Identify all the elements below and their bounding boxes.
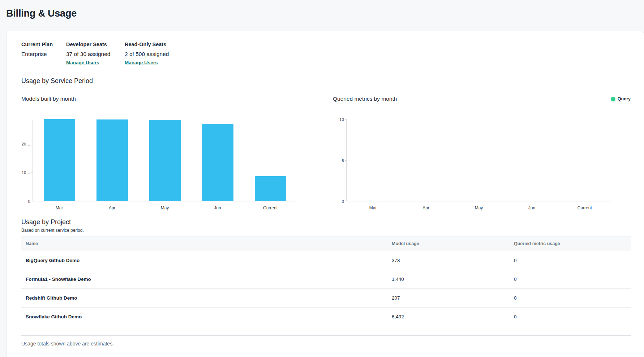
project-name-cell: Snowflake Github Demo — [21, 308, 392, 326]
chart-legend: Query — [611, 96, 631, 101]
project-name-cell: Redshift Github Demo — [21, 289, 392, 308]
model-usage-cell: 1,440 — [392, 270, 514, 289]
manage-users-link-developer[interactable]: Manage Users — [66, 60, 99, 66]
billing-card: Current Plan Enterprise Developer Seats … — [6, 31, 644, 357]
x-axis-label: Current — [568, 205, 601, 211]
x-axis — [346, 201, 611, 201]
y-tick-label: 0 — [9, 199, 30, 204]
usage-by-project-heading: Usage by Project — [21, 217, 631, 227]
bar-mar — [44, 119, 75, 201]
x-axis-label: Mar — [43, 205, 76, 211]
developer-seats-label: Developer Seats — [66, 41, 125, 48]
read-only-seats-label: Read-Only Seats — [125, 41, 169, 48]
project-name-cell: BigQuery Github Demo — [21, 251, 392, 270]
x-axis-label: May — [463, 205, 495, 211]
developer-seats-column: Developer Seats 37 of 30 assigned Manage… — [66, 41, 125, 66]
column-header-name: Name — [21, 236, 392, 251]
model-usage-cell: 378 — [392, 251, 514, 270]
x-axis-label: Jun — [515, 205, 548, 211]
column-header-model-usage: Model usage — [392, 236, 514, 251]
query-legend-dot-icon — [611, 97, 615, 101]
bar-current — [255, 176, 286, 201]
bar-may — [149, 120, 181, 201]
x-axis-label: Mar — [357, 205, 389, 211]
x-axis-label: Apr — [410, 205, 442, 211]
usage-by-project-table: Name Model usage Queried metric usage Bi… — [21, 236, 631, 326]
models-built-chart: Models built by month 010…20…MarAprMayJu… — [21, 95, 303, 201]
y-tick-mark — [31, 144, 33, 144]
current-plan-column: Current Plan Enterprise — [21, 41, 66, 66]
y-tick-label: 0 — [322, 199, 344, 204]
model-usage-cell: 207 — [392, 289, 514, 308]
y-tick-label: 20… — [9, 142, 30, 147]
charts-row: Models built by month 010…20…MarAprMayJu… — [21, 95, 631, 201]
manage-users-link-read-only[interactable]: Manage Users — [125, 60, 158, 66]
column-header-queried-metric-usage: Queried metric usage — [514, 236, 631, 251]
queried-metric-usage-cell: 0 — [514, 251, 631, 270]
table-row: BigQuery Github Demo3780 — [21, 251, 631, 270]
table-row: Formula1 - Snowflake Demo1,4400 — [21, 270, 631, 289]
models-built-chart-title: Models built by month — [21, 96, 76, 102]
divider — [21, 335, 631, 336]
table-header-row: Name Model usage Queried metric usage — [21, 236, 631, 251]
y-tick-label: 10 — [322, 117, 344, 122]
x-axis — [33, 201, 297, 201]
project-name-cell: Formula1 - Snowflake Demo — [21, 270, 392, 289]
queried-metric-usage-cell: 0 — [514, 289, 631, 308]
x-axis-label: May — [149, 205, 181, 211]
y-axis — [33, 119, 33, 201]
table-row: Snowflake Github Demo6,4920 — [21, 308, 631, 326]
current-plan-label: Current Plan — [21, 41, 66, 48]
page-title: Billing & Usage — [6, 8, 644, 19]
queried-metric-usage-cell: 0 — [514, 308, 631, 326]
queried-metric-usage-cell: 0 — [514, 270, 631, 289]
model-usage-cell: 6,492 — [392, 308, 514, 326]
queried-metrics-chart: Queried metrics by month Query 0510MarAp… — [333, 95, 631, 201]
y-tick-label: 5 — [322, 158, 344, 163]
y-axis — [346, 119, 347, 201]
y-tick-mark — [345, 160, 347, 161]
read-only-seats-value: 2 of 500 assigned — [125, 51, 169, 58]
read-only-seats-column: Read-Only Seats 2 of 500 assigned Manage… — [125, 41, 169, 66]
bar-apr — [96, 119, 128, 201]
queried-metrics-chart-title: Queried metrics by month — [333, 96, 397, 102]
current-plan-value: Enterprise — [21, 51, 66, 58]
queried-metrics-plot: 0510MarAprMayJunCurrent — [347, 119, 611, 201]
table-row: Redshift Github Demo2070 — [21, 289, 631, 308]
x-axis-label: Jun — [201, 205, 234, 211]
x-axis-label: Apr — [96, 205, 128, 211]
usage-by-service-period-heading: Usage by Service Period — [21, 76, 631, 86]
plan-summary: Current Plan Enterprise Developer Seats … — [21, 41, 631, 66]
usage-by-project-subheading: Based on current service period. — [21, 227, 631, 233]
usage-estimates-footnote: Usage totals shown above are estimates. — [21, 340, 631, 347]
y-tick-mark — [31, 172, 33, 173]
bar-jun — [202, 124, 233, 201]
page-header: Billing & Usage — [0, 0, 644, 31]
y-tick-mark — [345, 119, 347, 119]
models-built-plot: 010…20…MarAprMayJunCurrent — [33, 119, 297, 201]
y-tick-label: 10… — [9, 170, 30, 175]
query-legend-label: Query — [618, 96, 631, 101]
developer-seats-value: 37 of 30 assigned — [66, 51, 125, 58]
x-axis-label: Current — [254, 205, 287, 211]
